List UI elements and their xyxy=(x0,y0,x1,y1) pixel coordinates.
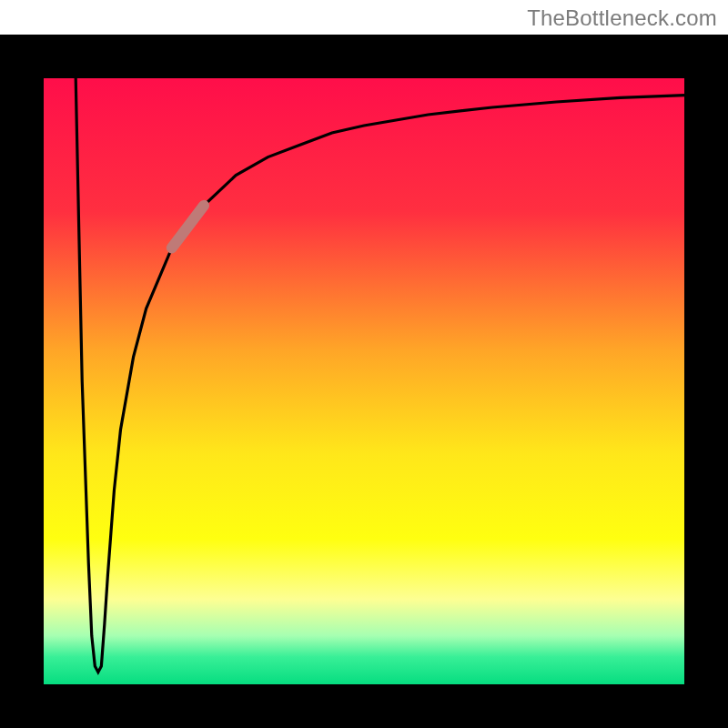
gradient-background xyxy=(44,78,684,684)
svg-rect-0 xyxy=(0,35,728,78)
svg-rect-3 xyxy=(684,35,728,728)
svg-rect-1 xyxy=(0,684,728,728)
chart-container: TheBottleneck.com xyxy=(0,0,728,728)
bottleneck-plot xyxy=(0,35,728,728)
attribution-text: TheBottleneck.com xyxy=(527,5,717,31)
svg-rect-2 xyxy=(0,35,44,728)
